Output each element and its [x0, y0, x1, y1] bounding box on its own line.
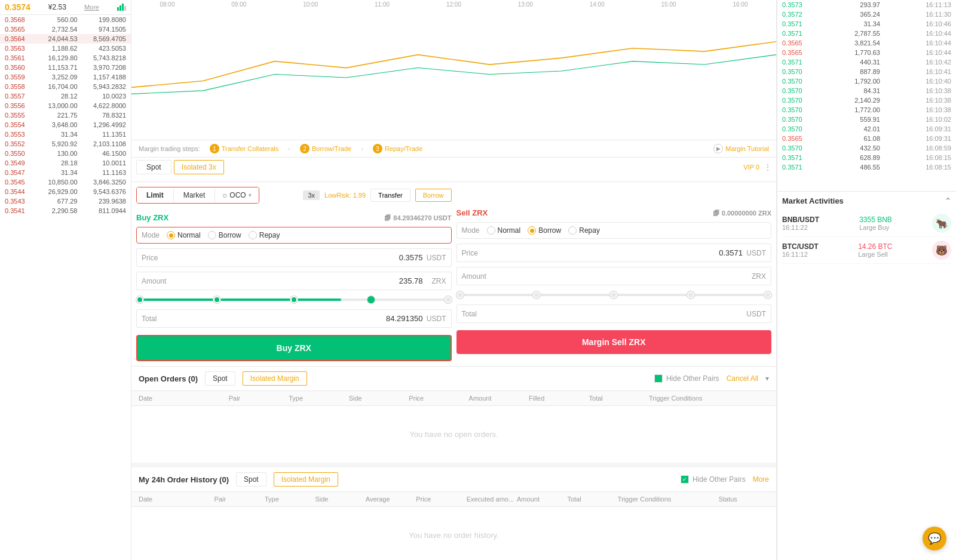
th-type: Type: [289, 395, 348, 402]
order-book-row[interactable]: 0.3555 221.75 78.8321: [0, 110, 131, 120]
order-book-row[interactable]: 0.3564 24,044.53 8,569.4705: [0, 34, 131, 44]
hide-pairs-checkbox[interactable]: [654, 374, 663, 383]
price-list-row[interactable]: 0.3565 1,770.63 16:10:44: [777, 48, 956, 57]
ob-total: 4,622.8000: [84, 102, 126, 109]
sell-slider-row[interactable]: [456, 290, 772, 300]
spot-tab-btn[interactable]: Spot: [136, 160, 171, 174]
price-list-row[interactable]: 0.3570 42.01 16:09:31: [777, 124, 956, 134]
price-list-row[interactable]: 0.3571 486.55 16:08:15: [777, 162, 956, 172]
buy-normal-radio[interactable]: Normal: [167, 231, 201, 239]
open-orders-spot-btn[interactable]: Spot: [205, 371, 235, 386]
order-book-row[interactable]: 0.3544 26,929.00 9,543.6376: [0, 187, 131, 196]
cancel-dropdown-icon[interactable]: ▾: [765, 374, 769, 383]
price-list-row[interactable]: 0.3573 293.97 16:11:13: [777, 0, 956, 10]
history-isolated-btn[interactable]: Isolated Margin: [274, 472, 338, 487]
order-book-row[interactable]: 0.3558 16,704.00 5,943.2832: [0, 82, 131, 91]
sell-amount-input[interactable]: [492, 267, 746, 285]
price-list-row[interactable]: 0.3570 1,792.00 16:10:40: [777, 76, 956, 86]
order-book-row[interactable]: 0.3563 1,188.62 423.5053: [0, 44, 131, 53]
sell-slider-track[interactable]: [456, 294, 772, 296]
order-book-row[interactable]: 0.3553 31.34 11.1351: [0, 130, 131, 139]
history-spot-btn[interactable]: Spot: [236, 472, 266, 487]
pl-time: 16:08:59: [909, 144, 951, 152]
order-book-row[interactable]: 0.3565 2,732.54 974.1505: [0, 24, 131, 34]
buy-slider-track[interactable]: [136, 299, 452, 301]
ob-price: 0.3547: [5, 169, 35, 176]
margin-tutorial-link[interactable]: Margin Tutorial: [725, 145, 769, 152]
buy-slider-row[interactable]: [136, 295, 452, 304]
market-btn[interactable]: Market: [174, 187, 215, 203]
ma-type: Large Buy: [859, 224, 892, 231]
price-list-row[interactable]: 0.3565 3,821.54 16:10:44: [777, 38, 956, 48]
sell-price-input[interactable]: [492, 244, 746, 261]
price-list-row[interactable]: 0.3571 2,787.55 16:10:44: [777, 29, 956, 38]
buy-zrx-button[interactable]: Buy ZRX: [136, 335, 452, 361]
order-book-row[interactable]: 0.3545 10,850.00 3,846.3250: [0, 177, 131, 187]
order-book-row[interactable]: 0.3549 28.18 10.0011: [0, 158, 131, 168]
pl-qty: 293.97: [844, 1, 880, 8]
order-book-row[interactable]: 0.3561 16,129.80 5,743.8218: [0, 53, 131, 63]
price-list-row[interactable]: 0.3570 1,772.00 16:10:38: [777, 105, 956, 115]
more-dots-icon[interactable]: ⋮: [764, 163, 771, 171]
buy-repay-radio[interactable]: Repay: [249, 231, 280, 239]
pl-qty: 61.08: [844, 135, 880, 142]
sell-zrx-button[interactable]: Margin Sell ZRX: [456, 330, 772, 354]
order-book-row[interactable]: 0.3568 560.00 199.8080: [0, 15, 131, 24]
buy-total-input[interactable]: [171, 310, 425, 327]
step-2-link[interactable]: Borrow/Trade: [312, 145, 351, 152]
history-more-link[interactable]: More: [753, 475, 769, 484]
buy-amount-input[interactable]: [171, 272, 425, 290]
open-orders-isolated-btn[interactable]: Isolated Margin: [243, 371, 307, 386]
ob-qty: 130.00: [42, 150, 78, 157]
price-list-row[interactable]: 0.3570 432.50 16:08:59: [777, 143, 956, 153]
oco-btn[interactable]: ⊙ OCO ▾: [215, 187, 258, 203]
step-3-link[interactable]: Repay/Trade: [385, 145, 422, 152]
ob-price: 0.3555: [5, 112, 35, 119]
order-book-row[interactable]: 0.3554 3,648.00 1,296.4992: [0, 120, 131, 130]
price-list-row[interactable]: 0.3572 365.24 16:11:30: [777, 10, 956, 19]
sell-borrow-radio[interactable]: Borrow: [528, 226, 561, 235]
order-book-row[interactable]: 0.3547 31.34 11.1163: [0, 168, 131, 177]
price-header: 0.3574 ¥2.53 More: [0, 0, 131, 15]
pl-qty: 1,792.00: [844, 78, 880, 85]
more-link[interactable]: More: [84, 4, 99, 11]
order-book-row[interactable]: 0.3552 5,920.92 2,103.1108: [0, 139, 131, 149]
price-list-row[interactable]: 0.3570 2,140.29 16:10:38: [777, 96, 956, 105]
th-h-status: Status: [719, 496, 769, 503]
order-book-row[interactable]: 0.3560 11,153.71 3,970.7208: [0, 63, 131, 72]
buy-price-input[interactable]: [171, 249, 425, 266]
cancel-all-btn[interactable]: Cancel All: [727, 374, 758, 383]
transfer-btn[interactable]: Transfer: [370, 189, 410, 202]
buy-borrow-radio[interactable]: Borrow: [208, 231, 241, 239]
price-list-row[interactable]: 0.3571 440.31 16:10:42: [777, 57, 956, 67]
price-list-row[interactable]: 0.3565 61.08 16:09:31: [777, 134, 956, 143]
ob-qty: 31.34: [42, 131, 78, 138]
order-book-row[interactable]: 0.3541 2,290.58 811.0944: [0, 206, 131, 216]
open-orders-table-header: Date Pair Type Side Price Amount Filled …: [131, 391, 776, 406]
price-list-row[interactable]: 0.3571 31.34 16:10:46: [777, 19, 956, 29]
order-book-row[interactable]: 0.3543 677.29 239.9638: [0, 196, 131, 206]
ob-price: 0.3556: [5, 102, 35, 109]
order-book-row[interactable]: 0.3556 13,000.00 4,622.8000: [0, 101, 131, 110]
price-list-row[interactable]: 0.3570 84.31 16:10:38: [777, 86, 956, 96]
chat-bubble[interactable]: 💬: [923, 527, 946, 550]
order-book-row[interactable]: 0.3559 3,252.09 1,157.4188: [0, 72, 131, 82]
limit-btn[interactable]: Limit: [137, 187, 173, 203]
isolated-tab-btn[interactable]: Isolated 3x: [174, 160, 224, 174]
ma-chevron-icon[interactable]: ⌃: [945, 196, 951, 205]
sell-repay-radio[interactable]: Repay: [568, 226, 600, 235]
order-history-title: My 24h Order History (0): [139, 475, 229, 484]
ob-total: 9,543.6376: [84, 188, 126, 195]
price-list-row[interactable]: 0.3570 559.91 16:10:02: [777, 115, 956, 124]
history-hide-checkbox[interactable]: ✓: [681, 475, 689, 484]
sell-total-input[interactable]: [492, 305, 746, 322]
pl-price: 0.3571: [782, 20, 815, 27]
sell-normal-radio[interactable]: Normal: [487, 226, 521, 235]
order-book-row[interactable]: 0.3550 130.00 46.1500: [0, 149, 131, 158]
borrow-btn[interactable]: Borrow: [415, 189, 452, 202]
order-book-row[interactable]: 0.3557 28.12 10.0023: [0, 91, 131, 101]
price-list-row[interactable]: 0.3571 628.89 16:08:15: [777, 153, 956, 162]
price-list-row[interactable]: 0.3570 887.89 16:10:41: [777, 67, 956, 76]
pl-price: 0.3571: [782, 164, 815, 171]
step-1-link[interactable]: Transfer Collaterals: [222, 145, 279, 152]
